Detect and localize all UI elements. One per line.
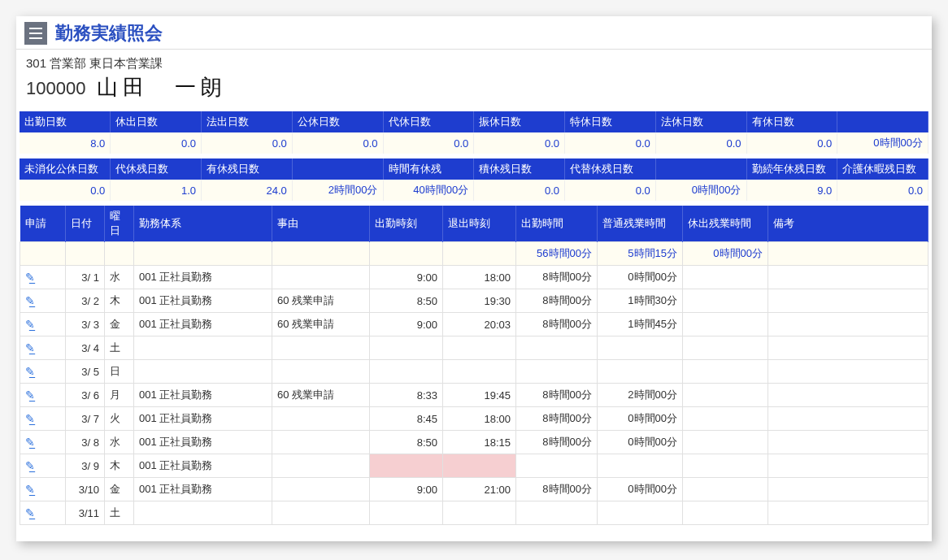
date-cell: 3/ 6 — [66, 384, 105, 407]
work-type-cell: 001 正社員勤務 — [134, 407, 272, 431]
edit-icon[interactable]: ✎̲ — [25, 506, 35, 519]
remarks-cell — [768, 336, 928, 360]
summary2-value: 2時間00分 — [292, 180, 383, 201]
clock-out-cell: 18:00 — [443, 266, 516, 289]
work-hours-cell — [516, 336, 598, 360]
edit-icon[interactable]: ✎̲ — [25, 412, 35, 425]
summary1-value: 0.0 — [383, 132, 474, 154]
total-blank — [768, 242, 928, 266]
work-hours-cell: 8時間00分 — [516, 289, 598, 313]
dow-cell: 土 — [105, 501, 134, 525]
employee-line: 100000 山田 一朗 — [16, 73, 932, 111]
total-blank — [105, 242, 134, 266]
total-blank — [134, 242, 272, 266]
clock-in-cell — [370, 501, 443, 525]
overtime-cell: 1時間30分 — [598, 289, 683, 313]
edit-icon[interactable]: ✎̲ — [25, 365, 35, 378]
detail-header: 出勤時刻 — [370, 206, 443, 242]
reason-cell — [272, 431, 370, 454]
table-row: ✎̲3/ 8水001 正社員勤務8:5018:158時間00分0時間00分 — [20, 431, 928, 454]
clock-in-cell: 8:33 — [370, 384, 443, 407]
detail-table: 申請日付曜日勤務体系事由出勤時刻退出時刻出勤時間普通残業時間休出残業時間備考 5… — [20, 206, 928, 525]
summary1-value: 0.0 — [565, 132, 656, 154]
dow-cell: 木 — [105, 454, 134, 478]
overtime-cell: 0時間00分 — [598, 266, 683, 289]
remarks-cell — [768, 454, 928, 478]
summary2-value: 0.0 — [837, 180, 928, 201]
date-cell: 3/ 1 — [66, 266, 105, 289]
work-type-cell: 001 正社員勤務 — [134, 431, 272, 454]
holiday-ot-cell — [683, 478, 768, 501]
reason-cell — [272, 478, 370, 501]
date-cell: 3/ 9 — [66, 454, 105, 478]
detail-totals-row: 56時間00分5時間15分0時間00分 — [20, 242, 928, 266]
work-hours-cell — [516, 454, 598, 478]
clock-in-cell — [370, 360, 443, 384]
edit-icon[interactable]: ✎̲ — [25, 341, 35, 354]
clock-in-cell: 9:00 — [370, 313, 443, 336]
remarks-cell — [768, 501, 928, 525]
hamburger-icon[interactable] — [24, 22, 47, 45]
detail-header: 事由 — [272, 206, 370, 242]
edit-icon[interactable]: ✎̲ — [25, 483, 35, 496]
detail-header: 勤務体系 — [134, 206, 272, 242]
date-cell: 3/10 — [66, 478, 105, 501]
summary1-header: 振休日数 — [474, 111, 565, 132]
date-cell: 3/ 2 — [66, 289, 105, 313]
summary2-header: 代替休残日数 — [565, 158, 656, 180]
dow-cell: 土 — [105, 336, 134, 360]
work-hours-cell: 8時間00分 — [516, 266, 598, 289]
edit-icon[interactable]: ✎̲ — [25, 459, 35, 472]
reason-cell — [272, 454, 370, 478]
apply-cell: ✎̲ — [20, 407, 66, 431]
date-cell: 3/ 8 — [66, 431, 105, 454]
holiday-ot-cell — [683, 360, 768, 384]
edit-icon[interactable]: ✎̲ — [25, 294, 35, 307]
table-row: ✎̲3/10金001 正社員勤務9:0021:008時間00分0時間00分 — [20, 478, 928, 501]
detail-header: 休出残業時間 — [683, 206, 768, 242]
date-cell: 3/ 4 — [66, 336, 105, 360]
apply-cell: ✎̲ — [20, 454, 66, 478]
summary2-value: 0時間00分 — [655, 180, 746, 201]
clock-in-cell — [370, 336, 443, 360]
summary1-header: 有休日数 — [746, 111, 837, 132]
summary1-value: 0時間00分 — [837, 132, 928, 154]
work-type-cell: 001 正社員勤務 — [134, 384, 272, 407]
overtime-cell: 1時間45分 — [598, 313, 683, 336]
table-row: ✎̲3/11土 — [20, 501, 928, 525]
edit-icon[interactable]: ✎̲ — [25, 318, 35, 331]
summary1-value: 0.0 — [292, 132, 383, 154]
apply-cell: ✎̲ — [20, 431, 66, 454]
dow-cell: 月 — [105, 384, 134, 407]
employee-id: 100000 — [26, 78, 85, 99]
overtime-cell: 0時間00分 — [598, 431, 683, 454]
clock-in-cell: 8:50 — [370, 431, 443, 454]
remarks-cell — [768, 360, 928, 384]
edit-icon[interactable]: ✎̲ — [25, 389, 35, 402]
summary2-header — [655, 158, 746, 180]
remarks-cell — [768, 431, 928, 454]
page-title: 勤務実績照会 — [55, 21, 163, 46]
detail-header: 退出時刻 — [443, 206, 516, 242]
apply-cell: ✎̲ — [20, 501, 66, 525]
department-label: 301 営業部 東日本営業課 — [16, 50, 932, 73]
clock-out-cell — [443, 454, 516, 478]
remarks-cell — [768, 313, 928, 336]
reason-cell — [272, 336, 370, 360]
summary2-header: 介護休暇残日数 — [837, 158, 928, 180]
work-type-cell — [134, 336, 272, 360]
clock-in-cell: 9:00 — [370, 478, 443, 501]
clock-in-cell: 9:00 — [370, 266, 443, 289]
apply-cell: ✎̲ — [20, 384, 66, 407]
holiday-ot-cell — [683, 407, 768, 431]
edit-icon[interactable]: ✎̲ — [25, 271, 35, 284]
edit-icon[interactable]: ✎̲ — [25, 436, 35, 449]
detail-header: 出勤時間 — [516, 206, 598, 242]
summary1-header: 法休日数 — [655, 111, 746, 132]
summary1-value: 0.0 — [655, 132, 746, 154]
apply-cell: ✎̲ — [20, 336, 66, 360]
summary1-header: 出勤日数 — [20, 111, 111, 132]
remarks-cell — [768, 478, 928, 501]
work-type-cell: 001 正社員勤務 — [134, 454, 272, 478]
apply-cell: ✎̲ — [20, 266, 66, 289]
